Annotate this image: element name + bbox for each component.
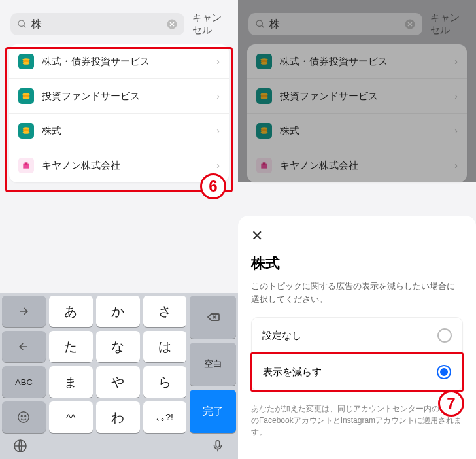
option-none[interactable]: 設定なし bbox=[252, 318, 462, 354]
result-item: 株式・債券投資サービス › bbox=[247, 44, 467, 79]
clear-icon[interactable] bbox=[166, 18, 178, 30]
svg-line-1 bbox=[24, 26, 26, 27]
kb-emoji[interactable] bbox=[2, 401, 46, 433]
chevron-right-icon: › bbox=[454, 160, 458, 171]
coins-icon bbox=[256, 123, 272, 139]
kb-key[interactable]: ま bbox=[49, 366, 93, 398]
result-list: 株式・債券投資サービス › 投資ファンドサービス › 株式 › キヤノン株式会社… bbox=[247, 44, 467, 182]
kb-key[interactable]: さ bbox=[143, 296, 187, 327]
kb-globe-icon[interactable] bbox=[10, 437, 31, 455]
option-label: 表示を減らす bbox=[263, 366, 322, 379]
kb-arrow-left[interactable] bbox=[2, 331, 46, 362]
kb-backspace[interactable] bbox=[190, 296, 236, 339]
result-item: キヤノン株式会社 › bbox=[247, 148, 467, 182]
sheet-title: 株式 bbox=[251, 254, 463, 273]
keyboard: あ か さ た な は ABC ま や ら ^^ bbox=[0, 293, 238, 459]
coins-icon bbox=[256, 54, 272, 69]
sheet-footer-text: あなたが加えた変更は、同じアカウントセンター内のすべてのFacebookアカウン… bbox=[251, 403, 463, 438]
option-label: 設定なし bbox=[262, 330, 301, 342]
annotation-step-6: 6 bbox=[200, 173, 226, 199]
svg-point-27 bbox=[261, 97, 268, 99]
search-box[interactable] bbox=[10, 13, 184, 35]
kb-space[interactable]: 空白 bbox=[190, 343, 236, 386]
search-input bbox=[269, 18, 400, 30]
search-icon bbox=[17, 19, 27, 29]
svg-rect-18 bbox=[216, 441, 220, 447]
svg-point-15 bbox=[22, 415, 23, 416]
kb-key[interactable]: か bbox=[96, 296, 140, 327]
annotation-step-7: 7 bbox=[438, 390, 464, 416]
kb-key[interactable]: あ bbox=[49, 296, 93, 327]
clear-icon bbox=[404, 18, 416, 30]
result-label: 株式・債券投資サービス bbox=[280, 56, 447, 68]
cancel-button[interactable]: キャンセル bbox=[190, 12, 228, 37]
svg-point-14 bbox=[18, 412, 29, 423]
kb-key[interactable]: ､｡?! bbox=[143, 401, 187, 433]
right-screen: キャンセル 株式・債券投資サービス › 投資ファンドサービス › 株式 › キヤ… bbox=[238, 0, 476, 459]
search-input[interactable] bbox=[31, 18, 162, 30]
kb-key[interactable]: た bbox=[49, 331, 93, 362]
search-row: キャンセル bbox=[7, 7, 231, 44]
search-row: キャンセル bbox=[245, 7, 469, 44]
svg-point-16 bbox=[25, 415, 26, 416]
kb-abc[interactable]: ABC bbox=[2, 366, 46, 398]
upper-area-dimmed: キャンセル 株式・債券投資サービス › 投資ファンドサービス › 株式 › キヤ… bbox=[238, 0, 476, 182]
result-item: 株式 › bbox=[247, 114, 467, 148]
kb-mic-icon[interactable] bbox=[207, 437, 228, 455]
result-item: 投資ファンドサービス › bbox=[247, 79, 467, 114]
kb-arrow-right[interactable] bbox=[2, 296, 46, 327]
chevron-right-icon: › bbox=[454, 126, 458, 136]
search-box bbox=[248, 13, 422, 35]
kb-done[interactable]: 完了 bbox=[190, 390, 236, 433]
company-icon bbox=[256, 158, 272, 173]
result-label: 投資ファンドサービス bbox=[280, 90, 447, 103]
result-label: 株式 bbox=[280, 125, 447, 137]
cancel-button: キャンセル bbox=[428, 12, 466, 37]
chevron-right-icon: › bbox=[454, 91, 458, 101]
annotation-box-6 bbox=[5, 47, 233, 192]
chevron-right-icon: › bbox=[454, 56, 458, 67]
option-list: 設定なし 表示を減らす bbox=[251, 317, 463, 391]
svg-rect-32 bbox=[263, 162, 266, 165]
svg-point-19 bbox=[256, 20, 262, 26]
radio-checked-icon bbox=[437, 365, 451, 379]
coins-icon bbox=[256, 88, 272, 104]
option-reduce[interactable]: 表示を減らす bbox=[252, 354, 462, 390]
left-screen: キャンセル 株式・債券投資サービス › 投資ファンドサービス › 株式 › キヤ… bbox=[0, 0, 238, 459]
kb-key[interactable]: は bbox=[143, 331, 187, 362]
annotation-box-7: 表示を減らす bbox=[250, 352, 464, 392]
bottom-sheet: ✕ 株式 このトピックに関する広告の表示を減らしたい場合に選択してください。 設… bbox=[238, 216, 476, 459]
svg-point-30 bbox=[261, 131, 268, 134]
svg-point-24 bbox=[261, 62, 268, 65]
kb-key[interactable]: わ bbox=[96, 401, 140, 433]
search-icon bbox=[255, 19, 265, 29]
close-button[interactable]: ✕ bbox=[251, 228, 463, 245]
radio-unchecked-icon bbox=[437, 328, 452, 343]
svg-point-0 bbox=[18, 20, 24, 26]
kb-key[interactable]: や bbox=[96, 366, 140, 398]
result-label: キヤノン株式会社 bbox=[280, 160, 447, 172]
sheet-description: このトピックに関する広告の表示を減らしたい場合に選択してください。 bbox=[251, 280, 463, 305]
kb-key[interactable]: ら bbox=[143, 366, 187, 398]
kb-key[interactable]: な bbox=[96, 331, 140, 362]
svg-line-20 bbox=[262, 26, 264, 27]
kb-key[interactable]: ^^ bbox=[49, 401, 93, 433]
